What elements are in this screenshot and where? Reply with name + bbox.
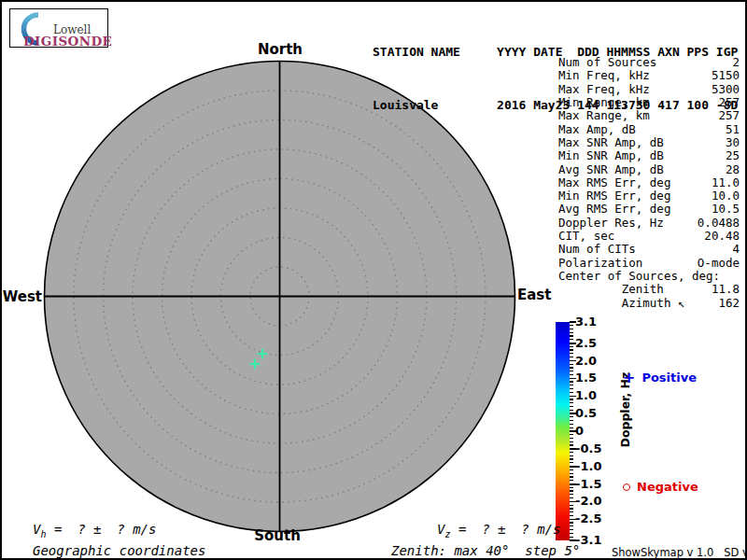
stat-value: 10.5 (712, 203, 740, 216)
colorbar-tick (570, 353, 573, 354)
colorbar-tick (570, 367, 573, 368)
stat-value: 257 (718, 109, 740, 122)
stat-value: 4 (732, 243, 740, 256)
stat-label: Min Freq, kHz (558, 69, 650, 82)
colorbar-tick (570, 473, 573, 474)
stat-label: Max Freq, kHz (558, 83, 650, 96)
app-window: Lowell DIGISONDE STATION NAME YYYY DATE … (0, 0, 747, 560)
colorbar-tick (570, 332, 573, 333)
stat-label: Doppler Res, Hz (558, 217, 664, 230)
stat-row: Max Range, km257 (558, 109, 740, 122)
legend-negative: Negative (623, 480, 698, 494)
stat-label: Num of CITs (558, 243, 636, 256)
colorbar-label: -0.5 (575, 441, 601, 456)
stat-label: Zenith (558, 283, 664, 296)
compass-south-label: South (231, 527, 324, 544)
stat-label: Center of Sources, deg: (558, 270, 720, 283)
stat-label: Num of Sources (558, 56, 656, 69)
stat-row: Avg RMS Err, deg10.5 (558, 203, 740, 216)
stat-label: Azimuth ↖ (558, 297, 684, 310)
stat-value: 25 (726, 149, 740, 162)
stat-row: Zenith11.8 (558, 283, 740, 296)
colorbar-tick (570, 508, 573, 509)
stats-panel: Num of Sources2Min Freq, kHz5150Max Freq… (558, 56, 740, 310)
colorbar-tick (570, 364, 573, 365)
colorbar-tick (570, 497, 573, 498)
stat-label: Avg RMS Err, deg (558, 203, 670, 216)
stat-value: 11.8 (712, 283, 740, 296)
colorbar-tick (570, 427, 573, 428)
stat-value: 5150 (712, 69, 740, 82)
horizontal-velocity-readout: Vh = ? ± ? m/s (33, 522, 156, 539)
colorbar-tick (570, 476, 573, 477)
stat-row: Num of Sources2 (558, 56, 740, 69)
legend-positive-label: Positive (641, 371, 697, 385)
circle-marker-icon (623, 483, 630, 491)
colorbar-tick (570, 452, 573, 453)
colorbar-tick (570, 416, 573, 417)
colorbar-tick (570, 515, 573, 516)
colorbar-tick (570, 537, 573, 538)
plus-marker-icon: + (623, 373, 635, 383)
colorbar-tick (570, 533, 573, 534)
stat-row: Min Freq, kHz5150 (558, 69, 740, 82)
colorbar-labels: 3.12.52.01.51.00.50-0.5-1.0-1.5-2.0-2.5-… (575, 322, 613, 540)
colorbar-tick (570, 392, 573, 393)
colorbar-label: 2.0 (575, 354, 597, 369)
colorbar-tick (570, 511, 573, 512)
logo-digisonde-text: DIGISONDE (23, 34, 112, 49)
stat-value: 28 (726, 163, 740, 176)
colorbar-tick (570, 402, 573, 403)
colorbar-tick (570, 410, 573, 411)
colorbar-tick (570, 529, 573, 530)
legend-positive: + Positive (623, 371, 697, 385)
compass-north-label: North (233, 41, 327, 58)
stat-row: Doppler Res, Hz0.0488 (558, 217, 740, 230)
colorbar-tick (570, 339, 573, 340)
stat-row: Min RMS Err, deg10.0 (558, 189, 740, 203)
colorbar-tick (570, 434, 573, 435)
stat-label: Max SNR Amp, dB (558, 136, 664, 149)
colorbar-tick (570, 522, 573, 523)
stat-row: Num of CITs4 (558, 243, 740, 256)
zenith-range-note: Zenith: max 40° step 5° (391, 543, 580, 558)
stat-row: Min Range, km257 (558, 96, 740, 109)
stat-value: 257 (718, 96, 740, 109)
colorbar-tick (570, 329, 573, 329)
stat-row: CIT, sec20.48 (558, 230, 740, 243)
colorbar-label: 3.1 (575, 315, 597, 329)
colorbar-tick (570, 469, 573, 470)
stat-value: 20.48 (704, 230, 740, 243)
stat-value: 0.0488 (698, 217, 740, 230)
app-version-text: ShowSkymap v 1.0 SD v 5.1 (612, 546, 747, 559)
colorbar-label: 1.5 (575, 371, 597, 385)
stat-label: Max Range, km (558, 109, 650, 122)
colorbar-label: 2.5 (575, 336, 597, 351)
colorbar-tick (570, 357, 573, 357)
colorbar-tick (570, 444, 573, 445)
stat-value: 2 (732, 56, 740, 69)
colorbar-label: -1.5 (575, 477, 601, 492)
stat-row: PolarizationO-mode (558, 257, 740, 270)
legend-negative-label: Negative (637, 480, 698, 494)
colorbar-tick (570, 371, 573, 371)
stat-label: Min SNR Amp, dB (558, 149, 664, 162)
colorbar-tick (570, 346, 573, 347)
colorbar-tick (570, 505, 573, 506)
stat-label: Min Range, km (558, 96, 650, 109)
colorbar-tick (570, 325, 573, 326)
colorbar-tick (570, 494, 573, 495)
colorbar-tick (570, 487, 573, 488)
colorbar-tick (570, 388, 573, 389)
colorbar-tick (570, 335, 573, 336)
colorbar-tick (570, 490, 573, 491)
colorbar-label: 1.0 (575, 388, 597, 403)
colorbar-tick (570, 458, 573, 459)
stat-row: Min SNR Amp, dB25 (558, 149, 740, 162)
colorbar-label: -2.5 (575, 511, 601, 526)
stat-value: 11.0 (712, 176, 740, 189)
stat-row: Max RMS Err, deg11.0 (558, 176, 740, 189)
lowell-digisonde-logo: Lowell DIGISONDE (9, 8, 108, 48)
stat-row: Avg SNR Amp, dB28 (558, 163, 740, 176)
colorbar-tick (570, 525, 573, 526)
